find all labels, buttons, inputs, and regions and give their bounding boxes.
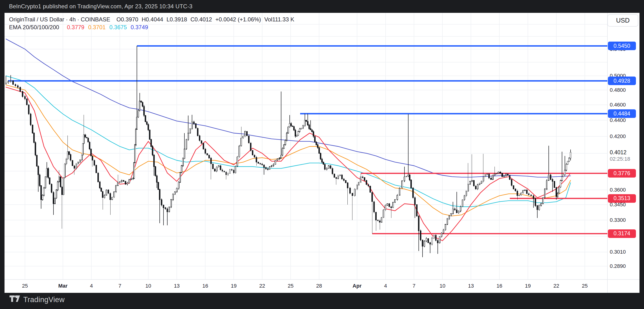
- volume-value: Vol111.33 K: [264, 16, 294, 22]
- price-tick-label: 0.3300: [610, 217, 626, 223]
- time-tick-label-19: 19: [231, 283, 236, 289]
- ema200-line[interactable]: [6, 39, 570, 177]
- time-tick-label-13: 13: [468, 283, 474, 289]
- bar-countdown: 02:25:18: [610, 156, 630, 162]
- time-tick-label-25: 25: [582, 283, 588, 289]
- time-tick-label-10: 10: [146, 283, 151, 289]
- time-tick-label-Apr: Apr: [353, 283, 362, 289]
- ema100-line[interactable]: [6, 76, 570, 207]
- time-scale[interactable]: 25Mar4710131619222528Apr47101316192225: [4, 280, 608, 293]
- tradingview-logo-text: TradingView: [23, 296, 65, 304]
- ema100-value: 0.3675: [109, 24, 127, 30]
- currency-toggle-button[interactable]: USD: [608, 14, 638, 26]
- time-tick-label-19: 19: [525, 283, 531, 289]
- price-tick-label: 0.3010: [610, 249, 626, 255]
- candles-layer[interactable]: [6, 46, 571, 257]
- price-label-resistance-0.4928: 0.4928: [608, 76, 636, 85]
- price-tick-label: 0.2890: [610, 263, 626, 269]
- price-label-resistance-0.4484: 0.4484: [608, 109, 636, 118]
- time-tick-label-7: 7: [412, 283, 416, 289]
- time-tick-label-16: 16: [496, 283, 502, 289]
- time-tick-label-25: 25: [22, 283, 28, 289]
- time-tick-label-10: 10: [440, 283, 445, 289]
- symbol-info-row[interactable]: OriginTrail / US Dollar · 4h · COINBASEO…: [9, 16, 298, 23]
- tradingview-logo[interactable]: TradingView: [10, 296, 65, 304]
- price-label-resistance-0.5450: 0.5450: [608, 42, 636, 50]
- low-value: L0.3918: [166, 16, 187, 22]
- price-tick-label: 0.4600: [610, 102, 626, 108]
- open-value: O0.3970: [116, 16, 138, 22]
- price-label-support-0.3513: 0.3513: [608, 194, 636, 203]
- ema-indicator-row[interactable]: EMA 20/50/100/200 0.37790.37010.36750.37…: [9, 24, 152, 31]
- price-label-support-0.3776: 0.3776: [608, 169, 636, 178]
- publisher-watermark: BeInCrypto1 published on TradingView.com…: [9, 0, 192, 13]
- time-tick-label-22: 22: [259, 283, 265, 289]
- time-tick-label-22: 22: [554, 283, 559, 289]
- high-value: H0.4044: [142, 16, 163, 22]
- close-value: C0.4012: [190, 16, 212, 22]
- price-tick-label: 0.4400: [610, 117, 626, 123]
- time-tick-label-16: 16: [202, 283, 208, 289]
- price-tick-label: 0.4800: [610, 87, 626, 93]
- time-tick-label-4: 4: [90, 283, 93, 289]
- ema20-line[interactable]: [6, 87, 570, 241]
- symbol-title[interactable]: OriginTrail / US Dollar · 4h · COINBASE: [9, 16, 110, 22]
- ema20-value: 0.3779: [67, 24, 84, 30]
- price-tick-label: 0.3600: [610, 187, 626, 193]
- grid-layer: [4, 13, 640, 293]
- price-tick-label: 0.4200: [610, 133, 626, 140]
- price-plot[interactable]: [4, 13, 640, 293]
- time-tick-label-13: 13: [174, 283, 180, 289]
- chart-panel[interactable]: OriginTrail / US Dollar · 4h · COINBASEO…: [4, 13, 640, 293]
- published-chart-frame: BeInCrypto1 published on TradingView.com…: [0, 0, 644, 309]
- time-tick-label-28: 28: [316, 283, 322, 289]
- current-price-label: 0.4012: [610, 149, 626, 156]
- ema-indicator-label[interactable]: EMA 20/50/100/200: [9, 24, 59, 30]
- time-tick-label-7: 7: [118, 283, 121, 289]
- time-tick-label-25: 25: [288, 283, 294, 289]
- price-label-support-0.3174: 0.3174: [608, 229, 636, 238]
- time-tick-label-Mar: Mar: [58, 283, 68, 289]
- price-scale[interactable]: 0.54000.31500.50000.48000.46000.44000.42…: [608, 13, 640, 293]
- ema-values: 0.37790.37010.36750.3749: [67, 24, 152, 30]
- ema50-value: 0.3701: [88, 24, 106, 30]
- change-value: +0.0042 (+1.06%): [215, 16, 261, 22]
- ema200-value: 0.3749: [131, 24, 148, 30]
- time-tick-label-4: 4: [384, 283, 387, 289]
- watermark-text: BeInCrypto1 published on TradingView.com…: [9, 3, 192, 10]
- tradingview-mark-icon: [10, 296, 20, 304]
